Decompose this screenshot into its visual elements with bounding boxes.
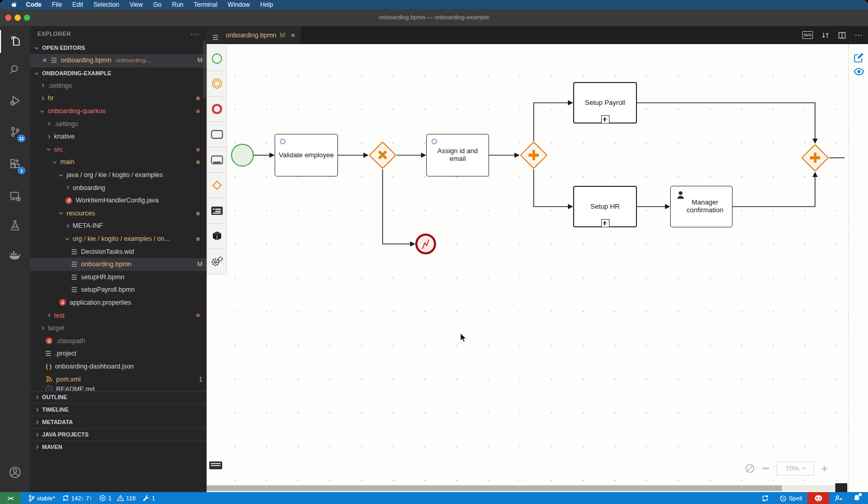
tree-item-onboarding-quarkus[interactable]: onboarding-quarkus bbox=[30, 105, 207, 118]
preview-eye-icon[interactable] bbox=[853, 67, 864, 76]
menu-terminal[interactable]: Terminal bbox=[188, 1, 222, 8]
tree-item-onboarding[interactable]: onboarding bbox=[30, 181, 207, 194]
bpmn-user-task-manager-confirmation[interactable]: Manager confirmation bbox=[670, 186, 733, 227]
open-editor-item[interactable]: × onboarding.bpmn onboarding-... M bbox=[30, 54, 207, 67]
bpmn-canvas[interactable]: Validate employee Assign id and email Se… bbox=[207, 44, 868, 492]
palette-task-icon[interactable] bbox=[207, 122, 227, 147]
keyboard-shortcuts-icon[interactable] bbox=[209, 461, 222, 469]
palette-form-icon[interactable] bbox=[207, 198, 227, 224]
tree-item-hr[interactable]: hr bbox=[30, 92, 207, 105]
explorer-more-actions[interactable]: ··· bbox=[191, 30, 199, 38]
tree-item-setuppayroll-bpmn[interactable]: setupPayroll.bpmn bbox=[30, 283, 207, 296]
menu-code[interactable]: Code bbox=[21, 1, 47, 8]
tree-item-project-file[interactable]: .project bbox=[30, 347, 207, 360]
git-sync-status[interactable]: 142↓ 7↑ bbox=[62, 495, 92, 501]
menu-selection[interactable]: Selection bbox=[88, 1, 124, 8]
zoom-in-icon[interactable]: + bbox=[821, 464, 828, 474]
tab-close-icon[interactable]: × bbox=[291, 31, 295, 39]
tree-item-dashboard-json[interactable]: { }onboarding-dashboard.json bbox=[30, 360, 207, 373]
account-icon[interactable] bbox=[0, 461, 30, 484]
bpmn-error-end-event[interactable] bbox=[415, 234, 436, 254]
menu-edit[interactable]: Edit bbox=[67, 1, 88, 8]
tree-item-resources[interactable]: resources bbox=[30, 207, 207, 220]
palette-end-event-icon[interactable] bbox=[207, 97, 227, 122]
palette-artifact-cube-icon[interactable] bbox=[207, 224, 227, 249]
palette-gateway-icon[interactable] bbox=[207, 173, 227, 198]
subprocess-expand-icon[interactable] bbox=[601, 219, 609, 227]
docker-icon[interactable] bbox=[0, 244, 30, 267]
tree-item-onboarding-bpmn[interactable]: onboarding.bpmnM bbox=[30, 258, 207, 271]
edit-properties-icon[interactable] bbox=[853, 52, 864, 63]
outline-section[interactable]: OUTLINE bbox=[30, 391, 207, 403]
apple-menu-icon[interactable] bbox=[7, 2, 21, 8]
explorer-icon[interactable] bbox=[0, 30, 30, 53]
tree-item-decisiontasks[interactable]: DecisionTasks.wid bbox=[30, 245, 207, 258]
spell-checker-status[interactable]: Spell bbox=[779, 495, 802, 502]
open-editors-header[interactable]: OPEN EDITORS bbox=[30, 42, 207, 54]
tab-onboarding-bpmn[interactable]: onboarding.bpmn M × bbox=[207, 26, 302, 44]
menu-window[interactable]: Window bbox=[223, 1, 255, 8]
zoom-level-select[interactable]: 70% bbox=[777, 461, 814, 475]
split-editor-icon[interactable] bbox=[838, 31, 846, 39]
tree-item-classpath[interactable]: J.classpath bbox=[30, 334, 207, 347]
tree-item-test[interactable]: test bbox=[30, 309, 207, 322]
live-share-status[interactable] bbox=[834, 495, 843, 502]
close-editor-icon[interactable]: × bbox=[43, 56, 47, 64]
tree-item-settings[interactable]: .settings bbox=[30, 79, 207, 92]
tree-item-pom-xml[interactable]: pom.xml1 bbox=[30, 373, 207, 386]
canvas-horizontal-scrollbar[interactable] bbox=[207, 485, 849, 491]
tree-item-knative[interactable]: knative bbox=[30, 130, 207, 143]
menu-go[interactable]: Go bbox=[148, 1, 167, 8]
metadata-section[interactable]: METADATA bbox=[30, 416, 207, 428]
zoom-out-icon[interactable] bbox=[762, 468, 769, 469]
notifications-bell[interactable] bbox=[853, 494, 861, 502]
tree-item-workitemhandler[interactable]: JWorkItemHandlerConfig.java bbox=[30, 194, 207, 207]
project-root-header[interactable]: ONBOARDING-EXAMPLE bbox=[30, 67, 207, 79]
tree-item-main[interactable]: main bbox=[30, 156, 207, 169]
palette-intermediate-event-icon[interactable] bbox=[207, 71, 227, 97]
tree-item-java-path[interactable]: java / org / kie / kogito / examples bbox=[30, 169, 207, 182]
tree-item-readme[interactable]: iREADME.md bbox=[30, 386, 207, 391]
search-icon[interactable] bbox=[0, 58, 30, 81]
more-actions-icon[interactable]: ⋯ bbox=[855, 31, 863, 40]
tree-item-setuphr-bpmn[interactable]: setupHR.bpmn bbox=[30, 271, 207, 284]
tree-item-meta-inf[interactable]: META-INF bbox=[30, 220, 207, 233]
tree-item-org-kie-path[interactable]: org / kie / kogito / examples / on... bbox=[30, 233, 207, 246]
sidebar-scrollbar[interactable] bbox=[203, 40, 206, 98]
palette-service-tasks-icon[interactable] bbox=[207, 249, 227, 275]
subprocess-expand-icon[interactable] bbox=[601, 115, 609, 124]
java-projects-section[interactable]: JAVA PROJECTS bbox=[30, 428, 207, 441]
source-control-icon[interactable]: 11 bbox=[0, 120, 30, 143]
problems-status[interactable]: 1 118 bbox=[99, 495, 135, 501]
run-debug-icon[interactable] bbox=[0, 89, 30, 112]
sync-views-icon[interactable] bbox=[762, 495, 769, 502]
menu-help[interactable]: Help bbox=[255, 1, 278, 8]
test-beaker-icon[interactable] bbox=[0, 214, 30, 237]
menu-file[interactable]: File bbox=[47, 1, 67, 8]
git-branch-status[interactable]: stable* bbox=[28, 495, 55, 502]
bpmn-subprocess-setup-payroll[interactable]: Setup Payroll bbox=[573, 82, 637, 124]
tree-item-src[interactable]: src bbox=[30, 143, 207, 156]
bpmn-task-assign-id-email[interactable]: Assign id and email bbox=[426, 134, 489, 176]
tree-item-target[interactable]: target bbox=[30, 322, 207, 335]
redhat-extension-status[interactable] bbox=[807, 492, 829, 504]
scrollbar-thumb[interactable] bbox=[207, 485, 782, 491]
bpmn-task-validate-employee[interactable]: Validate employee bbox=[275, 134, 338, 176]
tree-item-settings2[interactable]: .settings bbox=[30, 117, 207, 130]
remote-explorer-icon[interactable] bbox=[0, 185, 30, 208]
timeline-section[interactable]: TIMELINE bbox=[30, 403, 207, 416]
zoom-reset-icon[interactable] bbox=[745, 464, 755, 473]
svg-preview-icon[interactable]: SVG bbox=[802, 31, 813, 39]
menu-run[interactable]: Run bbox=[167, 1, 188, 8]
compare-changes-icon[interactable] bbox=[821, 31, 830, 39]
extensions-icon[interactable]: 1 bbox=[0, 153, 30, 175]
bpmn-subprocess-setup-hr[interactable]: Setup HR bbox=[573, 186, 637, 227]
bpmn-start-event[interactable] bbox=[231, 144, 254, 167]
tree-item-application-properties[interactable]: Japplication.properties bbox=[30, 296, 207, 309]
maven-section[interactable]: MAVEN bbox=[30, 441, 207, 453]
tools-status[interactable]: 1 bbox=[143, 495, 155, 501]
remote-indicator[interactable]: >< bbox=[0, 492, 21, 504]
palette-subprocess-icon[interactable] bbox=[207, 147, 227, 173]
palette-start-event-icon[interactable] bbox=[207, 46, 227, 71]
menu-view[interactable]: View bbox=[124, 1, 148, 8]
